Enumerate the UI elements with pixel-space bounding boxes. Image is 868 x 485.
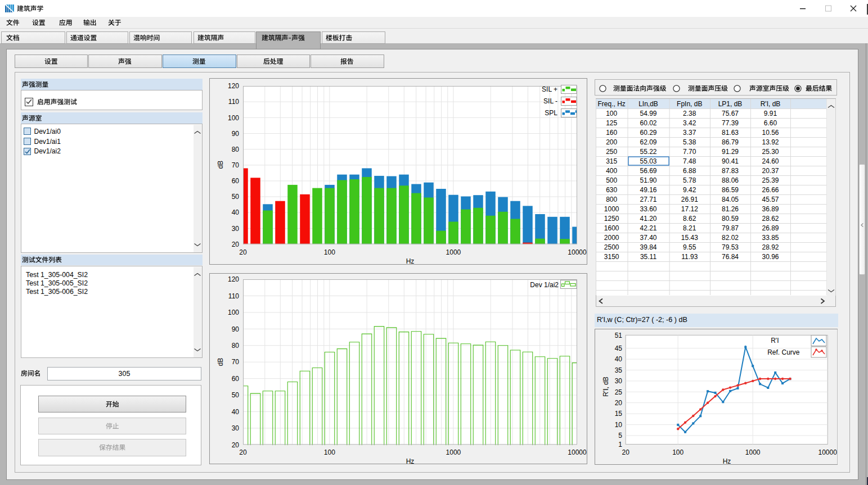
svg-text:20: 20 [239, 448, 247, 456]
svg-text:40: 40 [232, 208, 240, 216]
svg-text:110: 110 [228, 98, 239, 106]
svg-text:35: 35 [614, 366, 622, 374]
svg-text:1250: 1250 [604, 214, 619, 222]
svg-text:dB: dB [217, 358, 224, 366]
svg-text:60: 60 [232, 177, 240, 185]
svg-text:120: 120 [228, 275, 239, 283]
svg-text:1: 1 [618, 441, 622, 448]
svg-text:Hz: Hz [406, 257, 415, 265]
svg-text:80: 80 [232, 342, 240, 350]
svg-text:40: 40 [232, 408, 240, 416]
svg-text:Dev 1/ai2: Dev 1/ai2 [530, 281, 559, 289]
svg-text:125: 125 [606, 119, 617, 126]
svg-text:51.90: 51.90 [640, 176, 656, 184]
svg-text:9.91: 9.91 [764, 109, 777, 117]
svg-text:70: 70 [232, 358, 240, 366]
svg-text:25: 25 [614, 388, 622, 396]
svg-text:24.60: 24.60 [762, 157, 779, 165]
svg-text:36.89: 36.89 [762, 205, 779, 212]
svg-text:75.67: 75.67 [722, 109, 739, 117]
svg-text:dB: dB [217, 161, 224, 169]
svg-text:20: 20 [239, 248, 247, 256]
svg-text:25.39: 25.39 [762, 176, 779, 184]
svg-text:R'I, dB: R'I, dB [602, 377, 610, 397]
svg-text:82.02: 82.02 [722, 233, 739, 241]
svg-text:2.38: 2.38 [683, 109, 696, 117]
svg-text:17.12: 17.12 [681, 205, 698, 212]
svg-text:35.11: 35.11 [640, 252, 656, 260]
svg-text:LIn,dB: LIn,dB [638, 99, 658, 107]
svg-text:Freq., Hz: Freq., Hz [598, 99, 626, 107]
svg-text:42.21: 42.21 [640, 224, 656, 232]
svg-text:60.02: 60.02 [640, 119, 656, 126]
svg-text:100: 100 [228, 309, 239, 316]
svg-text:20: 20 [232, 241, 240, 248]
svg-text:Ref. Curve: Ref. Curve [767, 348, 800, 356]
svg-text:76.84: 76.84 [722, 252, 739, 260]
svg-text:9.42: 9.42 [683, 185, 696, 193]
svg-text:20.37: 20.37 [762, 166, 779, 174]
svg-text:400: 400 [606, 166, 617, 174]
svg-text:7.48: 7.48 [683, 157, 696, 165]
svg-text:120: 120 [228, 82, 239, 90]
svg-text:10.56: 10.56 [762, 128, 779, 136]
svg-text:8.62: 8.62 [683, 214, 696, 222]
svg-text:5: 5 [618, 432, 622, 439]
svg-text:62.09: 62.09 [640, 138, 656, 146]
svg-text:R'I, dB: R'I, dB [761, 99, 781, 107]
svg-text:27.71: 27.71 [640, 195, 656, 203]
svg-text:45: 45 [614, 345, 622, 352]
svg-text:20: 20 [614, 399, 622, 407]
svg-text:91.29: 91.29 [722, 147, 739, 155]
svg-text:Hz: Hz [406, 457, 415, 464]
svg-text:2000: 2000 [604, 233, 619, 241]
svg-text:87.83: 87.83 [722, 166, 739, 174]
svg-text:13.92: 13.92 [762, 138, 779, 146]
svg-text:90: 90 [232, 325, 240, 333]
svg-text:90.41: 90.41 [722, 157, 739, 165]
svg-text:28.62: 28.62 [762, 214, 779, 222]
svg-text:88.06: 88.06 [722, 176, 739, 184]
svg-text:100: 100 [324, 248, 335, 256]
svg-text:160: 160 [606, 128, 617, 136]
svg-text:50: 50 [232, 391, 240, 399]
svg-text:3.37: 3.37 [683, 128, 696, 136]
svg-text:20: 20 [622, 448, 629, 456]
svg-text:1000: 1000 [446, 248, 461, 256]
svg-text:100: 100 [672, 448, 683, 456]
svg-text:60: 60 [232, 375, 240, 383]
svg-text:81.26: 81.26 [722, 205, 739, 212]
svg-text:8.21: 8.21 [683, 224, 696, 232]
svg-text:100: 100 [228, 114, 239, 122]
svg-text:56.69: 56.69 [640, 166, 656, 174]
svg-text:SPL: SPL [545, 109, 557, 117]
svg-text:41.20: 41.20 [640, 214, 656, 222]
svg-text:9.55: 9.55 [683, 243, 696, 251]
svg-text:50: 50 [232, 193, 240, 201]
svg-text:800: 800 [606, 195, 617, 203]
svg-text:315: 315 [606, 157, 617, 165]
svg-text:SIL -: SIL - [543, 97, 557, 105]
svg-text:30: 30 [614, 377, 622, 385]
svg-text:77.39: 77.39 [722, 119, 739, 126]
svg-text:84.05: 84.05 [722, 195, 739, 203]
svg-text:1000: 1000 [745, 448, 760, 456]
svg-text:20: 20 [232, 441, 240, 449]
svg-text:80.59: 80.59 [722, 214, 739, 222]
svg-text:45.57: 45.57 [762, 195, 779, 203]
svg-text:30: 30 [232, 225, 240, 233]
svg-text:33.60: 33.60 [640, 205, 656, 212]
svg-text:37.40: 37.40 [640, 233, 656, 241]
svg-text:10000: 10000 [818, 448, 837, 456]
svg-text:26.89: 26.89 [762, 224, 779, 232]
svg-text:5.78: 5.78 [683, 176, 696, 184]
svg-text:1000: 1000 [446, 448, 461, 456]
svg-text:2500: 2500 [604, 243, 619, 251]
svg-text:3150: 3150 [604, 252, 619, 260]
svg-text:15: 15 [614, 410, 622, 418]
svg-text:55.22: 55.22 [640, 147, 656, 155]
svg-text:55.03: 55.03 [640, 157, 656, 165]
svg-text:80: 80 [232, 146, 240, 153]
svg-text:33.85: 33.85 [762, 233, 779, 241]
svg-text:39.84: 39.84 [640, 243, 656, 251]
